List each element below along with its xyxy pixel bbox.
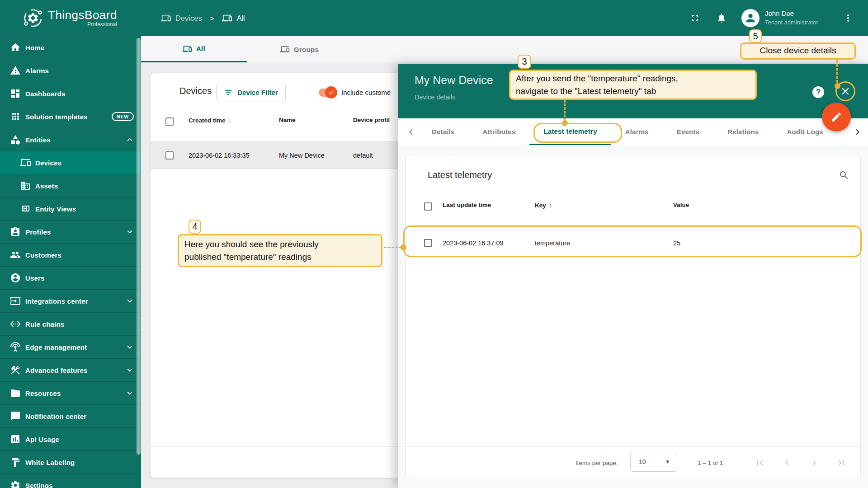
row-checkbox[interactable] [165, 151, 174, 160]
column-name[interactable]: Name [279, 117, 296, 123]
api-usage-icon [10, 434, 21, 445]
sidebar-item-integrations-center[interactable]: Integrations center [0, 290, 141, 313]
notifications-bell-icon[interactable] [716, 13, 727, 23]
sidebar-item-label: Profiles [25, 228, 51, 236]
sidebar-scrollbar[interactable] [137, 38, 141, 455]
search-icon[interactable] [839, 170, 849, 181]
sidebar-item-label: Advanced features [25, 366, 88, 374]
new-badge: NEW [112, 112, 134, 121]
select-all-checkbox[interactable] [165, 117, 174, 126]
close-icon[interactable] [840, 85, 851, 97]
tab-groups[interactable]: Groups [247, 36, 352, 62]
sidebar-item-entity-views[interactable]: Entity Views [0, 197, 141, 221]
sidebar-item-label: Customers [25, 251, 61, 259]
panel-tab-latest-telemetry[interactable]: Latest telemetry [529, 118, 611, 145]
sidebar-item-solution-templates[interactable]: Solution templatesNEW [0, 105, 141, 128]
select-all-checkbox[interactable] [424, 202, 432, 211]
sidebar-item-api-usage[interactable]: Api Usage [0, 428, 141, 451]
fullscreen-icon[interactable] [689, 13, 700, 23]
sidebar-item-customers[interactable]: Customers [0, 244, 141, 267]
sidebar-item-assets[interactable]: Assets [0, 174, 141, 197]
sidebar-item-label: Api Usage [25, 436, 59, 443]
sidebar-item-label: Home [25, 44, 44, 52]
panel-tab-alarms[interactable]: Alarms [611, 118, 663, 145]
sidebar-item-label: Alarms [25, 67, 49, 75]
sidebar-item-dashboards[interactable]: Dashboards [0, 82, 141, 105]
sidebar-item-advanced-features[interactable]: Advanced features [0, 359, 141, 382]
sidebar-item-label: White Labeling [25, 459, 75, 466]
sidebar-item-label: Integrations center [25, 297, 88, 305]
last-page-button[interactable] [833, 455, 849, 471]
chevron-down-icon[interactable] [125, 296, 135, 306]
sidebar-item-rule-chains[interactable]: Rule chains [0, 313, 141, 336]
profiles-icon [10, 226, 21, 237]
device-filter-button[interactable]: Device Filter [216, 83, 286, 102]
edit-fab-button[interactable] [822, 103, 851, 131]
sidebar-item-label: Entity Views [35, 205, 76, 213]
cell-device-profile: default [353, 152, 373, 159]
chevron-down-icon[interactable] [125, 227, 135, 237]
customers-icon [10, 249, 21, 260]
column-device-profile[interactable]: Device profil [353, 117, 390, 123]
column-key[interactable]: Key↑ [535, 202, 552, 209]
sidebar-item-label: Rule chains [25, 320, 64, 328]
tabs-scroll-left-icon[interactable] [405, 126, 417, 138]
sidebar-item-white-labeling[interactable]: White Labeling [0, 451, 141, 474]
chevron-down-icon: ▼ [665, 459, 670, 465]
chevron-down-icon[interactable] [125, 388, 135, 398]
sidebar-item-alarms[interactable]: Alarms [0, 59, 141, 82]
sidebar-item-resources[interactable]: Resources [0, 382, 141, 405]
previous-page-button[interactable] [779, 455, 795, 471]
thingsboard-logo-icon [23, 8, 43, 28]
tab-all[interactable]: All [141, 36, 247, 62]
include-customer-label: Include custome [341, 89, 391, 96]
chevron-down-icon[interactable] [125, 365, 135, 375]
panel-tab-attributes[interactable]: Attributes [469, 118, 530, 145]
sidebar-item-notification-center[interactable]: Notification center [0, 405, 141, 428]
sidebar: ThingsBoard Professional HomeAlarmsDashb… [0, 0, 141, 488]
telemetry-table-row[interactable]: 2023-06-02 16:37:09 temperature 25 [406, 228, 860, 258]
tabs-scroll-right-icon[interactable] [852, 126, 863, 138]
brand-edition: Professional [48, 21, 117, 28]
column-last-update-time[interactable]: Last update time [443, 202, 491, 208]
help-icon[interactable]: ? [812, 86, 824, 98]
panel-tabs-bar: DetailsAttributesLatest telemetryAlarmsE… [398, 118, 868, 145]
items-per-page-label: Items per page: [576, 460, 618, 466]
items-per-page-select[interactable]: 10 ▼ [630, 452, 677, 472]
first-page-button[interactable] [752, 455, 768, 471]
chevron-down-icon[interactable] [125, 342, 135, 352]
sidebar-item-settings[interactable]: Settings [0, 474, 141, 488]
brand-logo[interactable]: ThingsBoard Professional [0, 0, 141, 36]
chevron-up-icon[interactable] [125, 135, 135, 145]
panel-tab-events[interactable]: Events [663, 118, 713, 145]
devices-icon [20, 157, 31, 168]
sidebar-item-profiles[interactable]: Profiles [0, 221, 141, 244]
sidebar-item-edge-management[interactable]: Edge management [0, 336, 141, 359]
user-avatar[interactable] [741, 9, 760, 27]
sidebar-item-label: Users [25, 274, 45, 282]
kebab-menu-icon[interactable] [843, 13, 854, 23]
sidebar-item-home[interactable]: Home [0, 36, 141, 59]
sidebar-item-label: Notification center [25, 413, 86, 420]
breadcrumb-devices[interactable]: Devices [161, 13, 202, 23]
column-value[interactable]: Value [673, 202, 689, 208]
next-page-button[interactable] [806, 455, 822, 471]
column-created-time[interactable]: Created time↓ [189, 117, 231, 124]
sidebar-item-devices[interactable]: Devices [0, 151, 141, 174]
panel-tab-details[interactable]: Details [418, 118, 469, 145]
row-checkbox[interactable] [424, 239, 432, 247]
device-groups-icon [280, 45, 289, 54]
panel-tab-relations[interactable]: Relations [713, 118, 773, 145]
breadcrumb-all[interactable]: All [222, 13, 245, 23]
white-labeling-icon [10, 457, 21, 468]
sidebar-item-users[interactable]: Users [0, 267, 141, 290]
panel-subtitle: Device details [415, 94, 455, 101]
sidebar-item-label: Devices [35, 159, 61, 167]
advanced-features-icon [10, 365, 21, 375]
user-info[interactable]: John Doe Tenant administrator [765, 9, 818, 27]
home-icon [10, 42, 21, 53]
include-customer-toggle[interactable] [319, 89, 337, 97]
panel-tabs: DetailsAttributesLatest telemetryAlarmsE… [418, 118, 837, 145]
notification-center-icon [10, 411, 21, 422]
sidebar-item-entities[interactable]: Entities [0, 128, 141, 151]
